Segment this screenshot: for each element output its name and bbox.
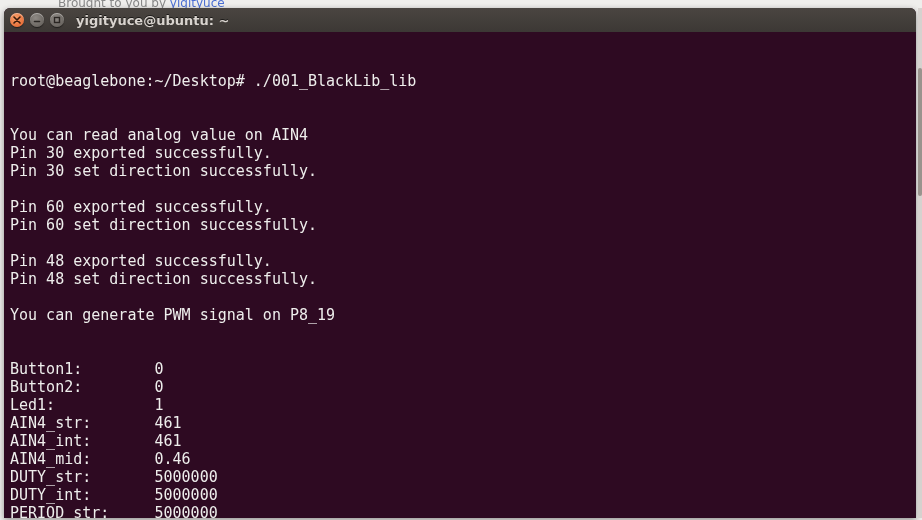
terminal-window: yigityuce@ubuntu: ~ root@beaglebone:~/De… (4, 8, 916, 518)
window-titlebar[interactable]: yigityuce@ubuntu: ~ (4, 8, 916, 32)
page-scrollbar-thumb[interactable] (918, 68, 922, 196)
close-glyph (13, 16, 21, 24)
output-kv-line: DUTY_str: 5000000 (10, 468, 910, 486)
output-line: Pin 48 exported successfully. (10, 252, 910, 270)
terminal-body[interactable]: root@beaglebone:~/Desktop# ./001_BlackLi… (4, 32, 916, 518)
output-kv-line: Button2: 0 (10, 378, 910, 396)
output-kv-line: AIN4_mid: 0.46 (10, 450, 910, 468)
output-kv-line: Led1: 1 (10, 396, 910, 414)
output-kv-line: AIN4_str: 461 (10, 414, 910, 432)
output-line: Pin 60 set direction successfully. (10, 216, 910, 234)
maximize-glyph (53, 16, 61, 24)
page-header-strip: Brought to you by yigityuce (0, 0, 922, 8)
output-line: You can generate PWM signal on P8_19 (10, 306, 910, 324)
output-line: You can read analog value on AIN4 (10, 126, 910, 144)
close-icon[interactable] (10, 13, 24, 27)
output-line (10, 180, 910, 198)
output-kv-line: DUTY_int: 5000000 (10, 486, 910, 504)
output-line (10, 288, 910, 306)
output-kv-line: Button1: 0 (10, 360, 910, 378)
minimize-icon[interactable] (30, 13, 44, 27)
window-controls (10, 13, 64, 27)
maximize-icon[interactable] (50, 13, 64, 27)
output-line: Pin 48 set direction successfully. (10, 270, 910, 288)
output-line: Pin 30 set direction successfully. (10, 162, 910, 180)
output-line (10, 234, 910, 252)
output-line: Pin 30 exported successfully. (10, 144, 910, 162)
prompt-line: root@beaglebone:~/Desktop# ./001_BlackLi… (10, 72, 910, 90)
output-line: Pin 60 exported successfully. (10, 198, 910, 216)
output-kv-line: PERIOD_str: 5000000 (10, 504, 910, 518)
shell-prompt: root@beaglebone:~/Desktop# (10, 72, 254, 90)
minimize-glyph (33, 16, 41, 24)
svg-rect-0 (55, 18, 60, 23)
window-title: yigityuce@ubuntu: ~ (76, 13, 229, 28)
output-kv-line: AIN4_int: 461 (10, 432, 910, 450)
command-text: ./001_BlackLib_lib (254, 72, 417, 90)
